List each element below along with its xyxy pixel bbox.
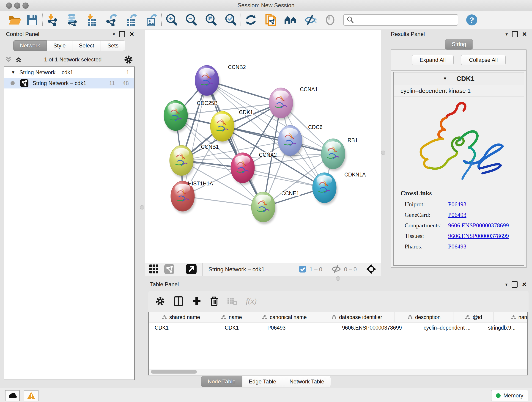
refresh-view-button[interactable]: [244, 13, 258, 27]
network-graph[interactable]: CCNB2CCNA1CDC25BCDK1CDC6RB1CCNB1CCNA2CDK…: [145, 30, 381, 263]
table-cell[interactable]: 9606.ENSP00000378699: [336, 322, 418, 333]
help-button[interactable]: ?: [465, 13, 478, 27]
results-panel-float-button[interactable]: [512, 31, 518, 37]
network-node-count: 11: [109, 80, 115, 86]
graph-node-CDKN1A[interactable]: [312, 172, 337, 205]
tree-expand-icon[interactable]: ▼: [11, 70, 15, 75]
toolbar-separator: [241, 13, 241, 26]
results-panel-close-button[interactable]: ✕: [522, 31, 527, 38]
column-header-shared-name[interactable]: shared name: [149, 312, 213, 322]
graph-node-RB1[interactable]: [321, 139, 346, 171]
network-canvas[interactable]: CCNB2CCNA1CDC25BCDK1CDC6RB1CCNB1CCNA2CDK…: [145, 30, 381, 263]
crosslink-link[interactable]: P06493: [448, 201, 466, 208]
import-table-from-file-button[interactable]: [85, 13, 99, 27]
network-view-share-button[interactable]: [164, 264, 175, 275]
hidden-elements-button[interactable]: [331, 265, 341, 274]
zoom-fit-button[interactable]: [204, 13, 218, 27]
selected-checkbox[interactable]: [299, 265, 306, 274]
crosslink-link[interactable]: P06493: [448, 243, 466, 250]
export-image-button[interactable]: [145, 13, 158, 27]
column-header-description[interactable]: description: [395, 312, 453, 322]
table-cell[interactable]: CDK1: [149, 322, 219, 333]
open-session-button[interactable]: [8, 13, 22, 27]
column-header-namespace[interactable]: namespace: [494, 312, 528, 322]
enhanced-labels-toggle-button[interactable]: [304, 13, 317, 27]
table-cell[interactable]: stringdb:9...: [482, 322, 528, 333]
crosslink-link[interactable]: P06493: [448, 211, 466, 218]
column-header-canonical-name[interactable]: canonical name: [250, 312, 319, 322]
cloud-status-button[interactable]: [5, 390, 20, 401]
table-panel-menu-button[interactable]: ▾: [505, 282, 507, 287]
column-header-database-identifier[interactable]: database identifier: [319, 312, 395, 322]
graph-node-CCNA1[interactable]: [269, 88, 294, 120]
warnings-button[interactable]: [24, 390, 38, 401]
graph-node-CDC6[interactable]: [278, 125, 303, 158]
tab-network[interactable]: Network: [13, 40, 47, 51]
table-cell[interactable]: cyclin–dependent ...: [418, 322, 482, 333]
column-header--id[interactable]: @id: [453, 312, 494, 322]
search-box[interactable]: [343, 14, 458, 26]
left-splitter-handle[interactable]: [140, 205, 144, 210]
table-panel: Table Panel ▾ ✕ f(x): [148, 280, 529, 379]
tab-sets[interactable]: Sets: [101, 40, 125, 51]
delete-column-icon[interactable]: [210, 296, 219, 306]
control-panel-float-button[interactable]: [119, 31, 125, 37]
control-panel-menu-button[interactable]: ▾: [113, 32, 115, 37]
birds-eye-view-button[interactable]: [186, 264, 197, 275]
graph-node-CCNB1[interactable]: [170, 145, 195, 178]
memory-button[interactable]: Memory: [491, 390, 528, 401]
collapse-all-networks-icon[interactable]: [5, 56, 12, 63]
search-input[interactable]: [354, 17, 451, 23]
collapse-all-button[interactable]: Collapse All: [461, 55, 506, 65]
right-splitter-handle[interactable]: [381, 151, 385, 155]
table-panel-float-button[interactable]: [512, 281, 518, 288]
zoom-in-button[interactable]: [165, 13, 178, 27]
grid-view-button[interactable]: [149, 264, 159, 275]
show-columns-icon[interactable]: [173, 296, 184, 306]
graph-node-CCNE1[interactable]: [251, 192, 276, 224]
edge-CCNB2-CCNE1[interactable]: [207, 80, 263, 207]
add-column-icon[interactable]: [192, 296, 201, 306]
expand-all-networks-icon[interactable]: [15, 56, 22, 63]
graph-node-CCNB2[interactable]: [195, 65, 220, 98]
table-cell[interactable]: P06493: [261, 322, 336, 333]
node-table[interactable]: shared namenamecanonical namedatabase id…: [148, 312, 528, 370]
tab-edge-table[interactable]: Edge Table: [242, 376, 283, 387]
zoom-selected-button[interactable]: [224, 13, 237, 27]
control-panel-close-button[interactable]: ✕: [129, 31, 134, 38]
tab-style[interactable]: Style: [47, 40, 72, 51]
table-panel-close-button[interactable]: ✕: [522, 281, 527, 288]
edge-CCNB2-HIST1H1A[interactable]: [183, 80, 207, 196]
tab-node-table[interactable]: Node Table: [201, 376, 242, 387]
save-session-button[interactable]: [26, 13, 39, 27]
protein-card-header[interactable]: ▼ CDK1: [394, 72, 524, 85]
import-network-from-database-button[interactable]: [65, 13, 79, 27]
gear-icon[interactable]: [124, 55, 133, 64]
fit-selected-button[interactable]: [366, 264, 377, 275]
table-cell[interactable]: CDK1: [219, 322, 261, 333]
expand-all-button[interactable]: Expand All: [412, 55, 454, 65]
table-horizontal-scrollbar[interactable]: [148, 369, 528, 375]
tree-expand-icon[interactable]: ▼: [443, 76, 447, 81]
zoom-out-button[interactable]: [185, 13, 198, 27]
table-settings-gear-icon[interactable]: [155, 296, 165, 306]
export-table-button[interactable]: [125, 13, 138, 27]
network-row-selected[interactable]: String Network – cdk1 11 48: [4, 78, 134, 89]
tab-select[interactable]: Select: [72, 40, 101, 51]
tab-network-table[interactable]: Network Table: [283, 376, 331, 387]
table-row[interactable]: CDK1CDK1P064939606.ENSP00000378699cyclin…: [149, 322, 527, 333]
export-network-button[interactable]: [105, 13, 119, 27]
crosslink-link[interactable]: 9606.ENSP00000378699: [448, 222, 509, 229]
import-network-from-file-button[interactable]: [46, 13, 59, 27]
zoom-in-icon: [165, 13, 178, 26]
glass-ball-effect-toggle-button[interactable]: [323, 13, 337, 27]
string-import-button[interactable]: [264, 13, 278, 27]
scrollbar-thumb[interactable]: [151, 370, 197, 374]
network-collection-row[interactable]: ▼ String Network – cdk1 1: [4, 67, 134, 78]
results-panel-menu-button[interactable]: ▾: [505, 32, 508, 37]
crosslink-link[interactable]: 9606.ENSP00000378699: [448, 233, 509, 240]
column-header-name[interactable]: name: [213, 312, 250, 322]
tab-string[interactable]: String: [445, 39, 473, 50]
graph-node-CDK1[interactable]: [210, 111, 235, 143]
string-home-button[interactable]: [284, 13, 298, 27]
